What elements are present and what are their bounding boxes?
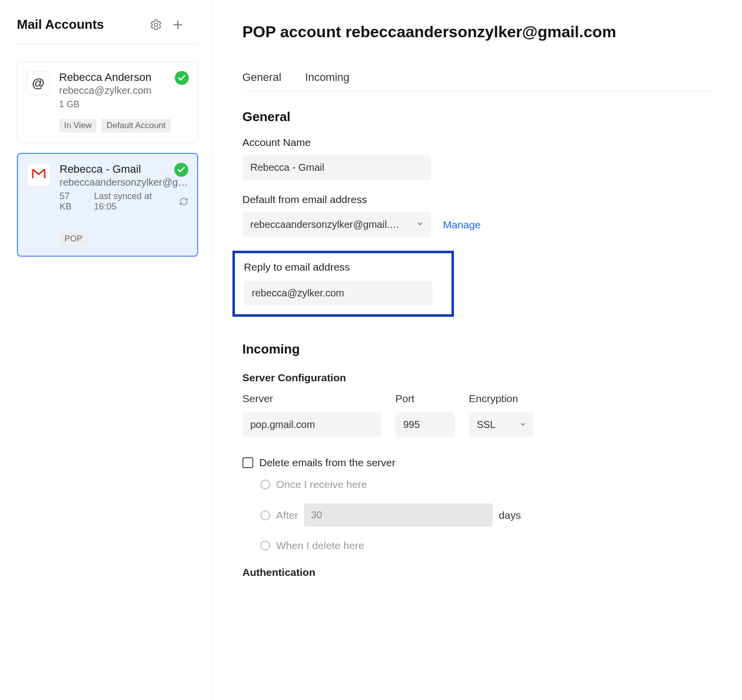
server-config-heading: Server Configuration <box>242 372 712 384</box>
account-avatar <box>27 163 51 187</box>
sidebar-title: Mail Accounts <box>17 17 141 32</box>
sidebar: Mail Accounts @ Rebecca Anderso <box>0 0 213 700</box>
check-icon <box>174 163 188 177</box>
account-sync: Last synced at 16:05 <box>94 191 175 212</box>
reply-to-highlight: Reply to email address <box>232 251 454 317</box>
label-server: Server <box>242 393 381 405</box>
label-delete-emails: Delete emails from the server <box>259 457 395 469</box>
account-card[interactable]: @ Rebecca Anderson rebecca@zylker.com 1 … <box>17 62 198 143</box>
tab-incoming[interactable]: Incoming <box>305 71 349 91</box>
at-icon: @ <box>32 75 44 91</box>
refresh-icon[interactable] <box>179 197 188 206</box>
radio-after[interactable] <box>260 510 270 520</box>
tag-pop: POP <box>60 232 87 246</box>
account-size: 57 KB <box>60 191 83 212</box>
select-default-from[interactable]: rebeccaandersonzylker@gmail.… <box>242 212 431 237</box>
section-incoming-heading: Incoming <box>242 342 712 357</box>
main-panel: POP account rebeccaandersonzylker@gmail.… <box>213 0 742 700</box>
svg-point-0 <box>154 23 158 26</box>
account-avatar: @ <box>26 71 50 95</box>
label-encryption: Encryption <box>469 393 533 405</box>
label-once-receive: Once I receive here <box>276 479 367 490</box>
gear-icon[interactable] <box>149 18 162 31</box>
auth-heading: Authentication <box>242 566 712 578</box>
account-name: Rebecca Anderson <box>59 71 189 84</box>
label-default-from: Default from email address <box>242 194 712 206</box>
input-server[interactable] <box>242 413 381 437</box>
input-port[interactable] <box>395 413 455 437</box>
label-days-suffix: days <box>499 509 520 521</box>
select-encryption[interactable]: SSL <box>469 413 533 437</box>
input-account-name[interactable] <box>242 155 431 180</box>
label-when-delete: When I delete here <box>276 540 364 552</box>
radio-once-receive[interactable] <box>260 480 270 490</box>
account-email: rebeccaandersonzylker@g… <box>60 177 188 188</box>
input-after-days[interactable] <box>304 503 493 527</box>
manage-link[interactable]: Manage <box>443 219 481 231</box>
page-title: POP account rebeccaandersonzylker@gmail.… <box>242 23 712 41</box>
label-reply-to: Reply to email address <box>244 261 443 273</box>
account-name: Rebecca - Gmail <box>60 163 188 176</box>
label-after: After <box>276 509 298 521</box>
radio-when-delete[interactable] <box>260 541 270 551</box>
select-encryption-value[interactable]: SSL <box>469 413 533 437</box>
tag-in-view: In View <box>59 119 96 133</box>
input-reply-to[interactable] <box>244 281 433 305</box>
tab-general[interactable]: General <box>242 71 281 91</box>
tabs: General Incoming <box>242 71 712 91</box>
checkbox-delete-emails[interactable] <box>242 457 253 468</box>
select-default-from-value[interactable]: rebeccaandersonzylker@gmail.… <box>242 212 431 237</box>
gmail-icon <box>32 167 46 183</box>
check-icon <box>175 71 189 85</box>
label-port: Port <box>395 393 455 405</box>
add-icon[interactable] <box>171 18 184 31</box>
tag-default-account: Default Account <box>101 119 170 133</box>
label-account-name: Account Name <box>242 137 712 148</box>
account-card-selected[interactable]: Rebecca - Gmail rebeccaandersonzylker@g…… <box>17 153 198 257</box>
account-email: rebecca@zylker.com <box>59 85 189 96</box>
section-general-heading: General <box>242 109 712 125</box>
account-size: 1 GB <box>59 99 79 110</box>
